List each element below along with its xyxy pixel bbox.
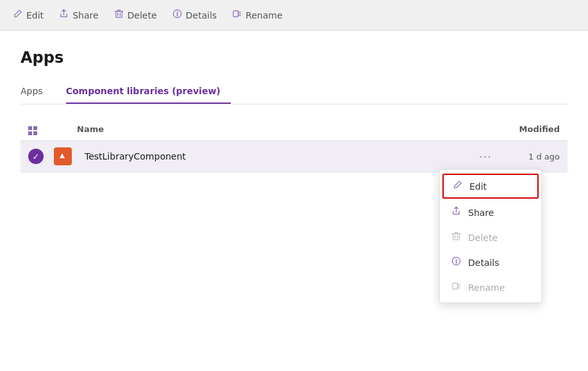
table-header: Name Modified	[21, 117, 567, 141]
grid-icon	[28, 126, 37, 135]
context-rename-label: Rename	[468, 283, 505, 293]
delete-label: Delete	[128, 10, 157, 21]
toolbar-details-button[interactable]: Details	[172, 9, 217, 21]
context-edit-icon	[451, 180, 463, 192]
app-icon	[54, 147, 72, 165]
context-menu: Edit Share	[439, 169, 542, 303]
svg-rect-2	[233, 11, 239, 17]
toolbar: Edit Share Delete Details	[0, 0, 588, 31]
edit-icon	[13, 9, 22, 21]
row-more-options[interactable]: ···	[479, 150, 492, 163]
rename-icon	[232, 9, 242, 21]
table-row[interactable]: ✓ TestLibraryComponent ··· 1 d ago	[21, 141, 567, 172]
header-modified-col: Modified	[457, 124, 560, 134]
header-name-col: Name	[77, 124, 457, 134]
svg-rect-4	[453, 234, 458, 240]
row-name: TestLibraryComponent	[85, 151, 479, 161]
context-rename-icon	[450, 281, 462, 293]
context-details-label: Details	[468, 258, 500, 268]
rename-label: Rename	[246, 10, 282, 21]
toolbar-edit-button[interactable]: Edit	[13, 9, 44, 21]
share-label: Share	[72, 10, 98, 21]
row-app-icon	[54, 147, 77, 165]
main-content: Apps Apps Component libraries (preview) …	[0, 31, 588, 371]
context-menu-edit[interactable]: Edit	[442, 174, 539, 199]
svg-rect-3	[62, 156, 64, 158]
row-modified: 1 d ago	[502, 152, 560, 161]
checked-icon: ✓	[28, 149, 44, 164]
delete-icon	[114, 9, 124, 21]
context-menu-details[interactable]: Details	[440, 250, 541, 275]
toolbar-rename-button[interactable]: Rename	[232, 9, 282, 21]
context-delete-icon	[450, 231, 462, 243]
context-share-label: Share	[468, 208, 494, 218]
edit-label: Edit	[26, 10, 44, 21]
header-checkbox-col	[28, 122, 54, 135]
details-icon	[172, 9, 182, 21]
context-menu-share[interactable]: Share	[440, 200, 541, 225]
toolbar-delete-button[interactable]: Delete	[114, 9, 157, 21]
tab-apps[interactable]: Apps	[21, 79, 53, 104]
context-menu-rename[interactable]: Rename	[440, 275, 541, 300]
context-menu-delete[interactable]: Delete	[440, 225, 541, 250]
context-delete-label: Delete	[468, 233, 498, 243]
svg-rect-0	[115, 12, 121, 17]
context-details-icon	[450, 256, 462, 268]
tabs-bar: Apps Component libraries (preview)	[21, 79, 567, 104]
tab-component-libraries[interactable]: Component libraries (preview)	[66, 79, 231, 104]
toolbar-share-button[interactable]: Share	[59, 9, 98, 21]
page-title: Apps	[21, 49, 567, 67]
share-icon	[59, 9, 69, 21]
row-checkbox[interactable]: ✓	[28, 149, 54, 164]
svg-rect-6	[452, 283, 457, 289]
details-label: Details	[186, 10, 217, 21]
context-edit-label: Edit	[469, 181, 487, 192]
context-share-icon	[450, 206, 462, 218]
